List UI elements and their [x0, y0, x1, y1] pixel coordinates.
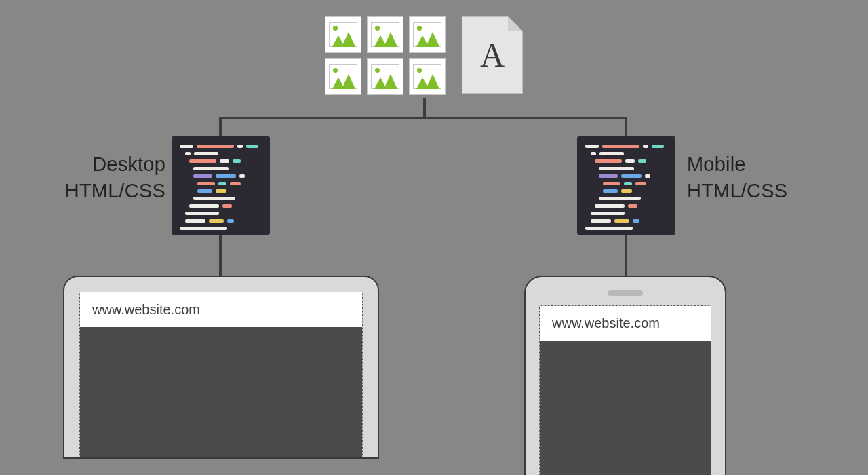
connector: [219, 117, 222, 137]
image-asset-icon: [325, 58, 361, 95]
desktop-code-icon: [172, 136, 270, 235]
font-asset-icon: A: [462, 16, 523, 94]
label-text: HTML/CSS: [687, 180, 787, 202]
desktop-label: Desktop HTML/CSS: [54, 151, 165, 204]
phone-speaker: [608, 290, 643, 296]
image-asset-icon: [325, 16, 361, 53]
image-asset-icon: [409, 58, 446, 95]
mobile-label: Mobile HTML/CSS: [687, 151, 787, 204]
browser-address: www.website.com: [80, 292, 362, 327]
mobile-code-icon: [577, 136, 675, 235]
shared-assets: A: [325, 16, 523, 95]
image-asset-grid: [325, 16, 446, 95]
connector: [625, 235, 627, 276]
laptop-icon: www.website.com: [51, 276, 391, 459]
label-text: Mobile: [687, 153, 746, 175]
connector: [423, 98, 426, 117]
phone-screen: www.website.com: [539, 305, 711, 475]
connector: [219, 117, 627, 119]
diagram-canvas: A Desktop HTML/CSS Mobile HTML/CSS www.w…: [0, 0, 868, 475]
browser-address: www.website.com: [540, 306, 711, 341]
image-asset-icon: [409, 16, 446, 53]
image-asset-icon: [367, 58, 403, 95]
laptop-screen: www.website.com: [79, 292, 363, 457]
connector: [219, 235, 222, 276]
label-text: HTML/CSS: [65, 180, 165, 202]
image-asset-icon: [367, 16, 403, 53]
connector: [625, 117, 627, 137]
label-text: Desktop: [92, 153, 165, 175]
laptop-body: www.website.com: [63, 276, 379, 459]
font-glyph: A: [480, 38, 505, 72]
phone-icon: www.website.com: [524, 276, 726, 475]
